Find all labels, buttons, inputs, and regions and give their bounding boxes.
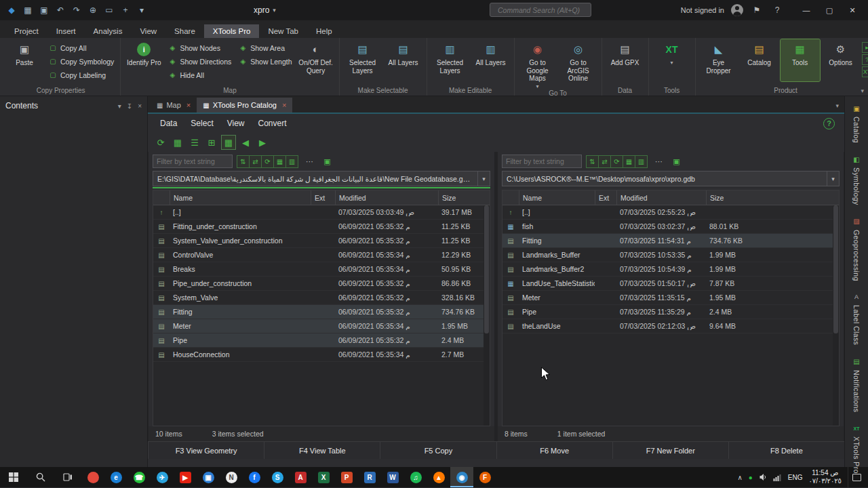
table-row[interactable]: Landmarks_Buffer2 07/03/2025 10:54:39 م …: [502, 262, 839, 277]
dock-tab[interactable]: Geoprocessing: [851, 216, 862, 281]
list-view-icon[interactable]: ▦: [221, 135, 236, 150]
dock-tab[interactable]: XTools Pro: [851, 423, 862, 474]
table-row[interactable]: Pipe_under_construction 06/09/2021 05:35…: [153, 277, 490, 291]
refresh-icon[interactable]: ⟳: [153, 135, 168, 150]
eye-dropper-button[interactable]: ◣ Eye Dropper: [699, 39, 738, 81]
selectable-selected-layers-button[interactable]: ▤ Selected Layers: [343, 39, 382, 81]
ribbon-tab[interactable]: New Tab: [259, 24, 307, 38]
redo-icon[interactable]: ↷: [69, 3, 84, 18]
column-header[interactable]: Name: [170, 190, 311, 205]
xtools-mini-icon-1[interactable]: ▸: [862, 42, 868, 53]
column-header[interactable]: Ext: [595, 190, 616, 205]
taskbar-app[interactable]: ♫: [404, 467, 427, 487]
sort-icon[interactable]: ⇅: [237, 155, 250, 168]
taskbar-app[interactable]: F: [473, 467, 496, 487]
start-button[interactable]: [0, 467, 27, 487]
tools-button[interactable]: ▦ Tools: [781, 39, 820, 81]
table-row[interactable]: Breaks 06/09/2021 05:35:34 م 50.95 KB: [153, 262, 490, 277]
command-search[interactable]: [490, 3, 591, 17]
function-key-button[interactable]: F4 View Table: [264, 442, 380, 459]
tab-list-chevron-icon[interactable]: ▾: [835, 102, 839, 109]
mirror-panel-icon[interactable]: ▣: [670, 155, 683, 168]
taskbar-search-button[interactable]: [27, 467, 54, 487]
xtools-mini-icon-2[interactable]: ?: [862, 54, 868, 65]
taskbar-app[interactable]: W: [381, 467, 404, 487]
table-row[interactable]: LandUse_TableStatistics 07/03/2025 01:50…: [502, 277, 839, 291]
dock-tab[interactable]: Notifications: [851, 357, 862, 412]
save-icon[interactable]: ▣: [37, 3, 52, 18]
taskbar-app[interactable]: S: [266, 467, 289, 487]
table-row[interactable]: System_Valve 06/09/2021 05:35:32 م 328.1…: [153, 291, 490, 305]
editable-all-layers-button[interactable]: ▥ All Layers: [471, 39, 511, 81]
right-vertical-scrollbar[interactable]: [833, 205, 839, 426]
copy-symbology-button[interactable]: ▢Copy Symbology: [45, 55, 117, 68]
catalog-menu-item[interactable]: View: [220, 119, 252, 128]
taskbar-app[interactable]: e: [104, 467, 127, 487]
document-tab[interactable]: ▦ XTools Pro Catalog ×: [197, 98, 292, 113]
table-row[interactable]: Fitting_under_construction 06/09/2021 05…: [153, 220, 490, 234]
chevron-down-icon[interactable]: ▾: [827, 171, 839, 186]
more-options-icon[interactable]: ⋯: [303, 155, 316, 168]
show-directions-button[interactable]: ◈Show Directions: [165, 55, 234, 68]
ribbon-tab[interactable]: Insert: [47, 24, 85, 38]
table-row[interactable]: [..] 07/03/2025 03:03:49 ص 39.17 MB: [153, 205, 490, 220]
copy-all-button[interactable]: ▢Copy All: [45, 41, 117, 54]
ribbon-tab[interactable]: View: [131, 24, 165, 38]
copy-labeling-button[interactable]: ▢Copy Labeling: [45, 68, 117, 81]
onoff-def-query-button[interactable]: ◐ On/Off Def. Query: [296, 39, 336, 81]
app-logo-icon[interactable]: ◆: [4, 3, 19, 18]
ribbon-tab[interactable]: Share: [165, 24, 204, 38]
title-chevron-icon[interactable]: ▾: [273, 7, 276, 14]
taskbar-app[interactable]: [81, 467, 104, 487]
table-row[interactable]: Fitting 07/03/2025 11:54:31 م 734.76 KB: [502, 234, 839, 248]
function-key-button[interactable]: F7 New Folder: [612, 442, 728, 459]
column-header[interactable]: Size: [438, 190, 490, 205]
show-nodes-button[interactable]: ◈Show Nodes: [165, 41, 234, 54]
xtools-menu-button[interactable]: XT ▾: [652, 39, 692, 81]
editable-selected-layers-button[interactable]: ▥ Selected Layers: [431, 39, 470, 81]
back-icon[interactable]: ◀: [238, 135, 253, 150]
hide-all-button[interactable]: ◈Hide All: [165, 68, 234, 81]
close-button[interactable]: ✕: [841, 1, 864, 20]
column-header[interactable]: Modified: [616, 190, 706, 205]
go-to-arcgis-online-button[interactable]: ◎ Go to ArcGIS Online: [559, 39, 598, 83]
catalog-help-icon[interactable]: ?: [823, 118, 835, 129]
columns-view-icon[interactable]: ▥: [635, 155, 648, 168]
table-row[interactable]: HouseConnection 06/09/2021 05:35:34 م 2.…: [153, 348, 490, 362]
help-icon[interactable]: ?: [770, 5, 784, 15]
refresh-panel-icon[interactable]: ⟳: [610, 155, 623, 168]
swap-panels-icon[interactable]: ⇄: [598, 155, 611, 168]
left-path-dropdown[interactable]: E:\GIS\DATA\Database\قاعدة البيانات الجغ…: [153, 171, 490, 186]
catalog-menu-item[interactable]: Select: [184, 119, 220, 128]
forward-icon[interactable]: ▶: [255, 135, 270, 150]
left-vertical-scrollbar[interactable]: [484, 205, 490, 426]
table-row[interactable]: Fitting 06/09/2021 05:35:32 م 734.76 KB: [153, 305, 490, 319]
table-row[interactable]: ControlValve 06/09/2021 05:35:34 م 12.29…: [153, 248, 490, 262]
taskbar-app[interactable]: ☎: [127, 467, 151, 487]
grid-view-icon[interactable]: ▦: [273, 155, 286, 168]
show-length-button[interactable]: ◈Show Length: [235, 55, 294, 68]
columns-view-icon[interactable]: ▥: [285, 155, 298, 168]
taskbar-app[interactable]: N: [220, 467, 243, 487]
identify-pro-button[interactable]: i Identify Pro: [124, 39, 163, 81]
pin-icon[interactable]: ↧: [127, 102, 132, 110]
panel-close-icon[interactable]: ×: [138, 102, 142, 110]
right-path-dropdown[interactable]: C:\Users\ASROCK®--M.E™\Desktop\mosafa\xp…: [502, 171, 840, 186]
minimize-button[interactable]: —: [795, 1, 818, 20]
sort-icon[interactable]: ⇅: [586, 155, 599, 168]
column-header[interactable]: Name: [519, 190, 595, 205]
taskbar-app[interactable]: P: [335, 467, 358, 487]
maximize-button[interactable]: ▢: [818, 1, 841, 20]
table-row[interactable]: System_Valve_under_construction 06/09/20…: [153, 234, 490, 248]
collapse-ribbon-icon[interactable]: ▾: [861, 87, 864, 94]
language-indicator[interactable]: ENG: [788, 474, 803, 481]
undo-icon[interactable]: ↶: [53, 3, 68, 18]
db-connections-icon[interactable]: ▦: [170, 135, 185, 150]
options-button[interactable]: ⚙ Options: [821, 39, 861, 81]
taskbar-app[interactable]: A: [289, 467, 312, 487]
go-to-google-maps-button[interactable]: ◉ Go to Google Maps ▾: [518, 39, 557, 89]
catalog-button[interactable]: ▤ Catalog: [740, 39, 779, 81]
table-row[interactable]: Landmarks_Buffer 07/03/2025 10:53:35 م 1…: [502, 248, 839, 262]
task-view-button[interactable]: [54, 467, 81, 487]
more-options-icon[interactable]: ⋯: [652, 155, 665, 168]
